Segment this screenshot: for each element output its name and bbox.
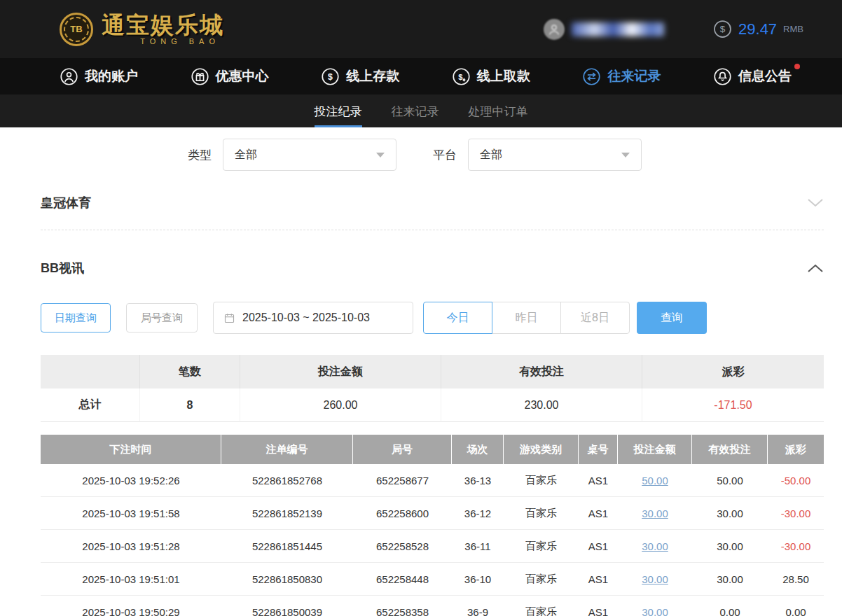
summary-header-count: 笔数: [140, 355, 240, 388]
cell-round: 652258448: [353, 563, 452, 596]
cell-bet-time: 2025-10-03 19:50:29: [41, 596, 221, 616]
nav-item-deposit[interactable]: $ 线上存款: [321, 67, 399, 86]
nav-item-promotions[interactable]: 优惠中心: [191, 67, 269, 86]
withdraw-coin-icon: $: [452, 67, 471, 86]
date-range-value: 2025-10-03 ~ 2025-10-03: [242, 312, 370, 324]
nav-item-my-account[interactable]: 我的账户: [60, 67, 138, 86]
col-header-round: 局号: [353, 435, 452, 464]
cell-table-no: AS1: [579, 464, 618, 497]
calendar-icon: [223, 312, 235, 324]
cell-game-type: 百家乐: [504, 563, 579, 596]
type-select[interactable]: 全部: [223, 139, 396, 171]
cell-game-type: 百家乐: [504, 596, 579, 616]
caret-down-icon: [621, 153, 630, 158]
summary-count: 8: [140, 388, 240, 422]
bet-amount-link[interactable]: 30.00: [642, 606, 668, 616]
cell-bet-id: 522861852768: [221, 464, 353, 497]
nav-item-announcements[interactable]: 信息公告: [713, 67, 792, 86]
brand-title: 通宝娱乐城: [102, 13, 224, 36]
tab-pending-orders[interactable]: 处理中订单: [469, 94, 528, 127]
cell-table-no: AS1: [579, 596, 618, 616]
user-icon: [60, 67, 78, 86]
nav-label: 信息公告: [738, 67, 792, 85]
cell-session: 36-9: [452, 596, 504, 616]
balance-amount: 29.47: [738, 20, 777, 38]
cell-table-no: AS1: [579, 530, 618, 563]
chip-badge: TB: [70, 24, 82, 34]
summary-header-blank: [41, 355, 140, 388]
nav-label: 线上取款: [477, 67, 530, 85]
nav-item-withdraw[interactable]: $ 线上取款: [452, 67, 530, 86]
cell-game-type: 百家乐: [504, 464, 579, 497]
search-button[interactable]: 查询: [637, 302, 707, 334]
username-blurred: [572, 22, 664, 36]
cell-valid-bet: 30.00: [692, 530, 768, 563]
col-header-valid-bet: 有效投注: [692, 435, 768, 464]
cell-session: 36-12: [452, 497, 504, 530]
cell-valid-bet: 50.00: [692, 464, 768, 497]
top-header: TB 通宝娱乐城 TONG BAO $ 29.47 RMB: [0, 0, 842, 58]
chevron-down-icon[interactable]: [807, 198, 824, 208]
round-query-button[interactable]: 局号查询: [126, 303, 198, 332]
cell-round: 652258677: [353, 464, 452, 497]
summary-bet-amount: 260.00: [240, 388, 441, 422]
bet-amount-link[interactable]: 30.00: [642, 540, 668, 552]
query-controls: 日期查询 局号查询 2025-10-03 ~ 2025-10-03 今日 昨日 …: [41, 302, 824, 334]
summary-row-label: 总计: [41, 388, 140, 422]
type-select-value: 全部: [235, 148, 257, 162]
section-crown-sports: 皇冠体育: [41, 195, 824, 211]
tab-bet-records[interactable]: 投注纪录: [315, 94, 362, 127]
platform-select-value: 全部: [480, 148, 502, 162]
bet-amount-link[interactable]: 30.00: [642, 507, 668, 519]
col-header-game-type: 游戏类别: [504, 435, 579, 464]
user-area: [544, 19, 664, 40]
quick-range-group: 今日 昨日 近8日: [423, 302, 630, 334]
col-header-bet-time: 下注时间: [41, 435, 221, 464]
nav-label: 线上存款: [346, 67, 399, 85]
bell-icon: [713, 67, 732, 86]
dollar-circle-icon: $: [713, 20, 732, 38]
cell-bet-id: 522861851445: [221, 530, 353, 563]
cell-bet-time: 2025-10-03 19:51:28: [41, 530, 221, 563]
nav-label: 往来记录: [607, 67, 661, 85]
cell-valid-bet: 30.00: [692, 563, 768, 596]
notification-badge-dot: [794, 64, 800, 69]
bet-amount-link[interactable]: 50.00: [642, 475, 668, 486]
platform-select[interactable]: 全部: [468, 139, 642, 171]
svg-text:$: $: [328, 72, 333, 82]
sub-tabs: 投注纪录 往来记录 处理中订单: [0, 94, 842, 127]
chevron-up-icon[interactable]: [807, 263, 824, 273]
cell-payout: 0.00: [768, 596, 824, 616]
balance: $ 29.47 RMB: [713, 20, 803, 38]
today-button[interactable]: 今日: [423, 302, 492, 334]
summary-header-valid-bet: 有效投注: [441, 355, 642, 388]
last-8-days-button[interactable]: 近8日: [560, 302, 630, 334]
caret-down-icon: [376, 153, 385, 158]
summary-header-payout: 派彩: [642, 355, 824, 388]
cell-session: 36-11: [452, 530, 504, 563]
gift-icon: [191, 67, 209, 86]
cell-bet-id: 522861852139: [221, 497, 353, 530]
deposit-coin-icon: $: [321, 67, 340, 86]
cell-table-no: AS1: [579, 563, 618, 596]
balance-currency: RMB: [783, 24, 803, 34]
summary-payout: -171.50: [642, 388, 824, 422]
yesterday-button[interactable]: 昨日: [492, 302, 561, 334]
cell-round: 652258528: [353, 530, 452, 563]
filter-row: 类型 全部 平台 全部: [41, 139, 824, 171]
section-bb-video: BB视讯: [41, 260, 824, 276]
nav-item-transaction-records[interactable]: 往来记录: [582, 67, 661, 86]
bet-records-table: 下注时间 注单编号 局号 场次 游戏类别 桌号 投注金额 有效投注 派彩 202…: [41, 435, 824, 616]
bet-amount-link[interactable]: 30.00: [642, 573, 668, 585]
tab-transaction-records[interactable]: 往来记录: [392, 94, 439, 127]
date-range-input[interactable]: 2025-10-03 ~ 2025-10-03: [213, 302, 413, 334]
date-query-button[interactable]: 日期查询: [41, 303, 111, 332]
transfer-records-icon: [582, 67, 601, 86]
cell-game-type: 百家乐: [504, 497, 579, 530]
col-header-payout: 派彩: [768, 435, 824, 464]
summary-table: 笔数 投注金额 有效投注 派彩 总计 8 260.00 230.00 -171.…: [41, 355, 824, 422]
cell-valid-bet: 30.00: [692, 497, 768, 530]
type-filter-label: 类型: [188, 147, 212, 163]
cell-session: 36-10: [452, 563, 504, 596]
platform-filter-label: 平台: [433, 147, 457, 163]
